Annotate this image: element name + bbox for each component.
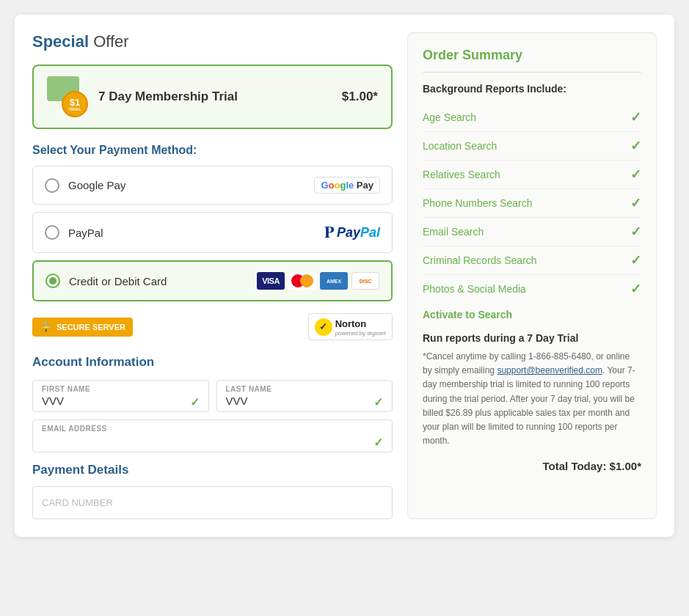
card-number-input[interactable]: CARD NUMBER: [32, 486, 393, 519]
feature-photos-social-check: ✓: [630, 281, 641, 297]
card-number-placeholder: CARD NUMBER: [42, 497, 113, 508]
main-container: Special Offer $1 TRIAL 7 Day Membership …: [15, 15, 674, 537]
paypal-label: PayPal: [68, 227, 324, 239]
feature-relatives-search-check: ✓: [630, 166, 641, 183]
feature-criminal-search-label: Criminal Records Search: [423, 254, 537, 266]
feature-email-search-check: ✓: [630, 224, 641, 240]
norton-brand: Norton: [335, 318, 367, 329]
page-title-bold: Special: [32, 32, 89, 51]
email-wrapper: EMAIL ADDRESS ✓: [32, 419, 393, 452]
norton-check-icon: ✓: [315, 318, 332, 336]
features-list: Age Search ✓ Location Search ✓ Relatives…: [423, 103, 641, 303]
feature-age-search-check: ✓: [630, 109, 641, 125]
payment-method-title: Select Your Payment Method:: [32, 144, 393, 157]
order-summary-title: Order Summary: [423, 48, 641, 63]
feature-relatives-search-label: Relatives Search: [423, 169, 500, 180]
last-name-check-icon: ✓: [373, 395, 383, 409]
feature-age-search-label: Age Search: [423, 111, 476, 123]
trial-label: 7 Day Membership Trial: [98, 89, 332, 104]
feature-photos-social: Photos & Social Media ✓: [423, 275, 641, 303]
trial-run-title: Run reports during a 7 Day Trial: [423, 332, 641, 344]
secure-label: SECURE SERVER: [56, 323, 125, 331]
paypal-logo: 𝐏 PayPal: [324, 223, 380, 242]
trial-description: *Cancel anytime by calling 1-866-885-648…: [423, 350, 641, 448]
order-divider: [423, 72, 641, 73]
coin-trial-text: TRIAL: [68, 107, 81, 111]
last-name-value: VVV: [226, 395, 366, 407]
feature-relatives-search: Relatives Search ✓: [423, 161, 641, 189]
norton-sub: powered by digicert: [335, 330, 386, 337]
total-row: Total Today: $1.00*: [423, 460, 641, 472]
email-row: EMAIL ADDRESS ✓: [32, 419, 393, 452]
card-logos: VISA AMEX DISC: [257, 272, 379, 290]
account-info-title: Account Information: [32, 355, 393, 370]
feature-phone-search-label: Phone Numbers Search: [423, 197, 532, 209]
first-name-wrapper: FIRST NAME VVV ✓: [32, 380, 209, 412]
email-label: EMAIL ADDRESS: [42, 425, 365, 433]
security-bar: 🔒 SECURE SERVER ✓ Norton powered by digi…: [32, 313, 393, 340]
feature-criminal-search-check: ✓: [630, 252, 641, 268]
feature-phone-search-check: ✓: [630, 195, 641, 211]
gpay-logo-badge: Google Pay: [314, 177, 380, 194]
trial-icon: $1 TRIAL: [47, 76, 88, 117]
support-email-link[interactable]: support@beenverified.com: [497, 365, 602, 375]
secure-badge: 🔒 SECURE SERVER: [32, 318, 133, 337]
card-option[interactable]: Credit or Debit Card VISA AMEX DISC: [32, 260, 393, 301]
payment-details-title: Payment Details: [32, 463, 393, 477]
page-title: Special Offer: [32, 32, 393, 51]
bg-reports-label: Background Reports Include:: [423, 83, 641, 95]
feature-email-search: Email Search ✓: [423, 218, 641, 246]
first-name-label: FIRST NAME: [42, 385, 182, 393]
last-name-label: LAST NAME: [226, 385, 366, 393]
first-name-group: FIRST NAME VVV ✓: [32, 380, 209, 412]
feature-photos-social-label: Photos & Social Media: [423, 283, 526, 295]
feature-location-search-label: Location Search: [423, 140, 497, 152]
feature-age-search: Age Search ✓: [423, 103, 641, 132]
google-pay-logo: Google Pay: [314, 177, 380, 194]
amex-icon: AMEX: [320, 272, 348, 290]
first-name-value: VVV: [42, 395, 182, 407]
paypal-option[interactable]: PayPal 𝐏 PayPal: [32, 212, 393, 253]
email-group: EMAIL ADDRESS ✓: [32, 419, 393, 452]
feature-phone-search: Phone Numbers Search ✓: [423, 189, 641, 218]
visa-icon: VISA: [257, 272, 285, 290]
card-label: Credit or Debit Card: [69, 275, 257, 287]
trial-price: $1.00*: [342, 89, 378, 104]
google-pay-label: Google Pay: [68, 179, 314, 191]
norton-text-group: Norton powered by digicert: [335, 317, 386, 337]
feature-location-search: Location Search ✓: [423, 132, 641, 161]
mastercard-icon: [288, 272, 316, 290]
lock-icon: 🔒: [40, 321, 52, 333]
google-pay-radio[interactable]: [45, 178, 59, 193]
left-panel: Special Offer $1 TRIAL 7 Day Membership …: [32, 32, 393, 519]
trial-banner: $1 TRIAL 7 Day Membership Trial $1.00*: [32, 65, 393, 129]
feature-location-search-check: ✓: [630, 138, 641, 154]
paypal-radio[interactable]: [45, 225, 59, 240]
email-check-icon: ✓: [373, 435, 383, 449]
coin-dollar: $1: [70, 98, 80, 107]
discover-icon: DISC: [351, 272, 379, 290]
last-name-group: LAST NAME VVV ✓: [216, 380, 393, 412]
email-input[interactable]: [42, 434, 365, 447]
activate-link[interactable]: Activate to Search: [423, 309, 641, 320]
last-name-wrapper: LAST NAME VVV ✓: [216, 380, 393, 412]
name-row: FIRST NAME VVV ✓ LAST NAME VVV ✓: [32, 380, 393, 412]
first-name-check-icon: ✓: [190, 395, 200, 409]
feature-criminal-search: Criminal Records Search ✓: [423, 246, 641, 275]
card-radio[interactable]: [45, 274, 60, 288]
norton-badge: ✓ Norton powered by digicert: [308, 313, 393, 340]
page-title-regular: Offer: [89, 32, 129, 51]
right-panel: Order Summary Background Reports Include…: [407, 32, 657, 519]
feature-email-search-label: Email Search: [423, 226, 484, 238]
google-pay-option[interactable]: Google Pay Google Pay: [32, 166, 393, 205]
coin-icon: $1 TRIAL: [62, 91, 88, 117]
